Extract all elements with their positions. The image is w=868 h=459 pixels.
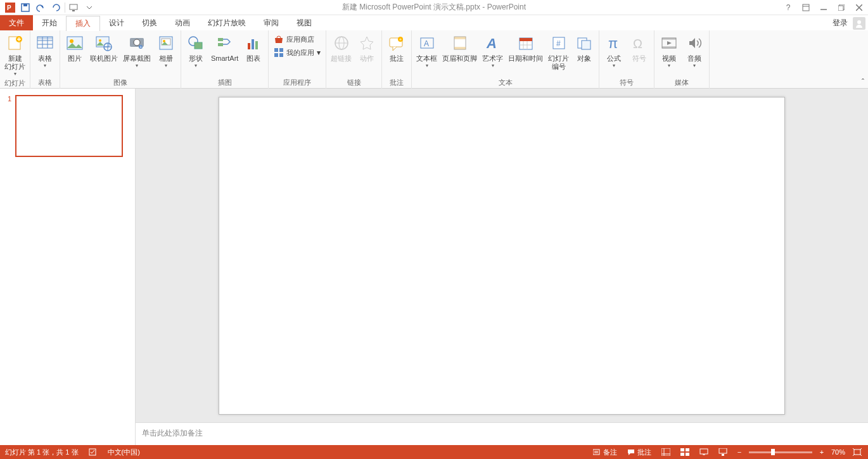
comment-label: 批注 (390, 54, 404, 63)
svg-rect-35 (218, 38, 223, 41)
textbox-label: 文本框 (416, 54, 437, 63)
slideshow-button[interactable] (716, 446, 730, 458)
help-button[interactable]: ? (779, 1, 797, 14)
zoom-slider-thumb[interactable] (771, 449, 775, 455)
equation-button[interactable]: π 公式 ▾ (602, 32, 626, 70)
slide-1[interactable] (219, 97, 785, 415)
spellcheck-button[interactable] (86, 448, 100, 456)
notes-toggle[interactable]: 备注 (590, 448, 620, 457)
save-button[interactable] (18, 1, 33, 14)
header-footer-button[interactable]: 页眉和页脚 (440, 32, 479, 64)
svg-rect-42 (274, 53, 278, 57)
pictures-button[interactable]: 图片 (63, 32, 87, 64)
zoom-out-button[interactable]: − (735, 448, 744, 456)
chart-label: 图表 (246, 54, 260, 63)
group-media: 视频 ▾ 音频 ▾ 媒体 (654, 30, 710, 89)
svg-rect-79 (680, 453, 684, 456)
chevron-down-icon: ▾ (613, 63, 615, 68)
screenshot-button[interactable]: + 屏幕截图 ▾ (121, 32, 153, 70)
chart-button[interactable]: 图表 (241, 32, 265, 64)
svg-rect-43 (279, 53, 283, 57)
screenshot-icon: + (127, 33, 147, 53)
group-illustrations: 形状 ▾ SmartArt 图表 插图 (181, 30, 269, 89)
action-icon (357, 33, 377, 53)
table-button[interactable]: 表格 ▾ (33, 32, 57, 70)
undo-button[interactable] (33, 1, 48, 14)
photo-album-button[interactable]: 相册 ▾ (154, 32, 178, 70)
store-button[interactable]: 应用商店 (271, 33, 323, 46)
slide-counter[interactable]: 幻灯片 第 1 张，共 1 张 (5, 448, 79, 457)
wordart-button[interactable]: A 艺术字 ▾ (480, 32, 505, 70)
hyperlink-button[interactable]: 超链接 (329, 32, 354, 64)
audio-button[interactable]: 音频 ▾ (682, 32, 706, 70)
comment-icon: + (386, 33, 407, 53)
user-avatar-icon[interactable] (853, 17, 865, 30)
app-icon[interactable]: P (3, 1, 18, 14)
svg-rect-81 (700, 449, 708, 454)
new-slide-button[interactable]: 新建 幻灯片 ▾ (3, 32, 27, 78)
online-pictures-label: 联机图片 (90, 54, 118, 63)
collapse-ribbon-button[interactable]: ˆ (862, 78, 864, 87)
fit-to-window-button[interactable] (850, 446, 864, 458)
action-button[interactable]: 动作 (355, 32, 379, 64)
audio-label: 音频 (687, 54, 701, 63)
slide-thumbnail-pane[interactable]: 1 (0, 89, 136, 445)
zoom-in-button[interactable]: + (817, 448, 826, 456)
equation-icon: π (604, 33, 624, 53)
tab-file[interactable]: 文件 (0, 15, 33, 30)
video-button[interactable]: 视频 ▾ (657, 32, 681, 70)
my-apps-label: 我的应用 (286, 48, 314, 58)
slide-thumbnail-1[interactable] (15, 95, 123, 157)
tab-home[interactable]: 开始 (33, 15, 66, 30)
chevron-down-icon: ▾ (668, 63, 670, 68)
tab-slideshow[interactable]: 幻灯片放映 (199, 15, 255, 30)
tab-design[interactable]: 设计 (100, 15, 133, 30)
slide-number-button[interactable]: # 幻灯片 编号 (546, 32, 571, 72)
ribbon-display-button[interactable] (797, 1, 815, 14)
tab-animations[interactable]: 动画 (166, 15, 199, 30)
comment-button[interactable]: + 批注 (385, 32, 409, 64)
group-illustrations-label: 插图 (181, 77, 268, 89)
group-symbols-label: 符号 (599, 77, 654, 89)
textbox-button[interactable]: A 文本框 ▾ (414, 32, 439, 70)
redo-button[interactable] (48, 1, 63, 14)
zoom-percent[interactable]: 70% (831, 448, 845, 456)
smartart-button[interactable]: SmartArt (209, 32, 240, 64)
normal-view-button[interactable] (659, 446, 673, 458)
minimize-button[interactable] (815, 1, 833, 14)
online-pictures-button[interactable]: 联机图片 (88, 32, 120, 64)
datetime-button[interactable]: 日期和时间 (506, 32, 545, 64)
video-label: 视频 (662, 54, 676, 63)
login-link[interactable]: 登录 (830, 16, 850, 30)
shapes-button[interactable]: 形状 ▾ (184, 32, 208, 70)
svg-rect-9 (838, 6, 843, 11)
tab-view[interactable]: 视图 (288, 15, 321, 30)
symbol-button[interactable]: Ω 符号 (627, 32, 651, 64)
comments-toggle[interactable]: 批注 (625, 448, 654, 457)
slide-sorter-button[interactable] (678, 446, 692, 458)
language-indicator[interactable]: 中文(中国) (108, 448, 140, 457)
svg-text:A: A (424, 39, 429, 48)
my-apps-button[interactable]: 我的应用 ▾ (271, 46, 323, 59)
svg-rect-53 (454, 37, 466, 39)
start-from-beginning-button[interactable] (67, 1, 82, 14)
zoom-slider[interactable] (749, 451, 812, 453)
svg-rect-84 (719, 448, 727, 453)
svg-text:+: + (139, 45, 142, 49)
tab-review[interactable]: 审阅 (255, 15, 288, 30)
svg-rect-20 (37, 37, 53, 39)
notes-pane[interactable]: 单击此处添加备注 (136, 422, 868, 445)
restore-button[interactable] (833, 1, 850, 14)
slide-canvas[interactable] (136, 89, 868, 422)
qat-customize-button[interactable] (82, 1, 97, 14)
svg-rect-85 (722, 454, 724, 456)
action-label: 动作 (360, 54, 374, 63)
object-button[interactable]: 对象 (572, 32, 596, 64)
tab-transitions[interactable]: 切换 (133, 15, 166, 30)
tab-insert[interactable]: 插入 (66, 16, 100, 31)
reading-view-button[interactable] (697, 446, 711, 458)
svg-rect-36 (218, 43, 223, 46)
chevron-down-icon: ▾ (426, 63, 428, 68)
close-button[interactable] (850, 1, 868, 14)
group-links: 超链接 动作 链接 (326, 30, 382, 89)
